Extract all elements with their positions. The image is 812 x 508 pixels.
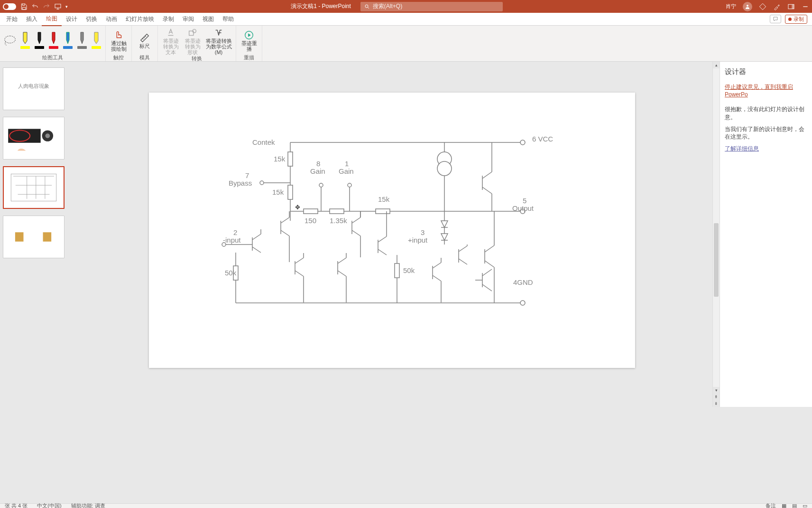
pen-highlighter-yellow[interactable] (19, 31, 31, 50)
svg-point-1 (365, 5, 368, 8)
main-area: 人肉电容现象 Contek 6 VCC 15k (0, 62, 812, 407)
svg-text:15k: 15k (274, 155, 286, 163)
svg-point-63 (520, 301, 525, 305)
undo-icon[interactable] (31, 3, 39, 10)
record-button[interactable]: 录制 (785, 15, 807, 24)
slide-thumbnails: 人肉电容现象 (0, 62, 71, 407)
ribbon: 绘图工具 通过触摸绘制 触控 标尺 模具 将墨迹转换为文本 (0, 26, 812, 62)
svg-point-11 (45, 133, 50, 138)
slide-canvas-wrapper: Contek 6 VCC 15k 7Bypass 15k 8Gain (71, 62, 712, 407)
present-icon[interactable] (54, 3, 62, 10)
group-replay: 墨迹重播 重描 (236, 26, 262, 61)
pen-highlighter-yellow2[interactable] (90, 31, 102, 50)
comments-button[interactable] (770, 15, 781, 23)
search-placeholder: 搜索(Alt+Q) (373, 2, 402, 10)
thumb-3[interactable] (3, 166, 65, 209)
scroll-down-icon[interactable]: ▾ (713, 387, 720, 394)
tab-review[interactable]: 审阅 (178, 13, 198, 26)
search-input[interactable]: 搜索(Alt+Q) (360, 2, 503, 11)
svg-rect-38 (376, 209, 390, 214)
slide-canvas[interactable]: Contek 6 VCC 15k 7Bypass 15k 8Gain (149, 93, 635, 368)
designer-title: 设计器 (725, 67, 807, 76)
ink-to-math-button[interactable]: 将墨迹转换为数学公式(M) (204, 28, 233, 55)
pen-black[interactable] (33, 31, 46, 50)
autosave-toggle[interactable] (3, 3, 16, 10)
ruler-button[interactable]: 标尺 (135, 33, 155, 49)
next-slide-icon[interactable]: ⇟ (713, 400, 720, 407)
group-touch: 通过触摸绘制 触控 (106, 26, 132, 61)
svg-rect-4 (792, 4, 794, 9)
titlebar: ▾ 演示文稿1 - PowerPoint 搜索(Alt+Q) 肖宁 (0, 0, 812, 13)
thumb-1[interactable]: 人肉电容现象 (3, 67, 65, 110)
avatar[interactable] (743, 2, 752, 11)
redo-icon[interactable] (43, 3, 50, 10)
svg-point-22 (260, 181, 264, 185)
ribbon-tabs: 开始 插入 绘图 设计 切换 动画 幻灯片放映 录制 审阅 视图 帮助 录制 (0, 13, 812, 26)
thumb-2[interactable] (3, 117, 65, 160)
svg-text:5Output: 5Output (512, 197, 534, 212)
tab-record[interactable]: 录制 (158, 13, 178, 26)
svg-rect-0 (55, 4, 61, 8)
svg-text:15k: 15k (272, 188, 284, 196)
tab-view[interactable]: 视图 (198, 13, 218, 26)
pen-red[interactable] (47, 31, 60, 50)
language-indicator[interactable]: 中文(中国) (37, 502, 61, 508)
minimize-icon[interactable] (802, 3, 809, 10)
sorter-view-icon[interactable]: ▤ (792, 503, 797, 508)
learn-more-link[interactable]: 了解详细信息 (725, 145, 759, 152)
svg-rect-12 (11, 174, 56, 201)
tab-transition[interactable]: 切换 (82, 13, 102, 26)
svg-text:150: 150 (304, 216, 316, 225)
save-icon[interactable] (20, 3, 28, 10)
svg-text:3+input: 3+input (408, 228, 428, 244)
svg-rect-20 (288, 152, 293, 166)
statusbar: 张 共 4 张 中文(中国) 辅助功能: 调查 备注 ▦ ▤ ▭ (0, 503, 812, 508)
ink-to-text-button: 将墨迹转换为文本 (161, 28, 181, 55)
diamond-icon[interactable] (759, 3, 766, 10)
tab-animation[interactable]: 动画 (102, 13, 121, 26)
scrollbar-thumb[interactable] (714, 223, 719, 297)
user-name: 肖宁 (726, 3, 736, 10)
eyedrop-icon[interactable] (773, 3, 781, 10)
group-stencil: 标尺 模具 (132, 26, 158, 61)
touch-draw-button[interactable]: 通过触摸绘制 (109, 30, 129, 52)
group-convert: 将墨迹转换为文本 将墨迹转换为形状 将墨迹转换为数学公式(M) 转换 (158, 26, 236, 61)
svg-text:2-input: 2-input (223, 228, 241, 244)
search-icon (364, 4, 370, 9)
pen-blue[interactable] (62, 31, 74, 50)
svg-point-17 (520, 140, 525, 145)
lasso-icon[interactable] (3, 34, 17, 48)
svg-rect-34 (304, 209, 318, 214)
notes-button[interactable]: 备注 (766, 502, 776, 508)
pen-grey[interactable] (76, 31, 88, 50)
scroll-up-icon[interactable]: ▴ (713, 62, 720, 68)
svg-point-52 (222, 243, 226, 246)
tab-slideshow[interactable]: 幻灯片放映 (121, 13, 158, 26)
svg-text:8Gain: 8Gain (310, 160, 325, 175)
ink-replay-button[interactable]: 墨迹重播 (239, 30, 259, 52)
designer-pane: 设计器 停止建议意见，直到我重启 PowerPo 很抱歉，没有此幻灯片的设计创意… (720, 62, 812, 407)
accessibility-indicator[interactable]: 辅助功能: 调查 (71, 502, 105, 508)
panel-icon[interactable] (787, 3, 795, 10)
thumb-4[interactable] (3, 216, 65, 258)
tab-help[interactable]: 帮助 (218, 13, 238, 26)
normal-view-icon[interactable]: ▦ (782, 503, 786, 508)
vertical-scrollbar[interactable]: ▴ ▾ ⇞ ⇟ (712, 62, 720, 407)
svg-text:50k: 50k (225, 269, 237, 277)
svg-text:7Bypass: 7Bypass (229, 171, 252, 187)
svg-text:1.35k: 1.35k (330, 216, 347, 225)
tab-draw[interactable]: 绘图 (42, 12, 62, 26)
tab-insert[interactable]: 插入 (22, 13, 42, 26)
document-title: 演示文稿1 - PowerPoint (291, 2, 351, 10)
tab-home[interactable]: 开始 (2, 13, 22, 26)
reading-view-icon[interactable]: ▭ (803, 503, 807, 508)
stop-suggestions-link[interactable]: 停止建议意见，直到我重启 PowerPo (725, 83, 807, 98)
svg-rect-25 (288, 185, 293, 199)
svg-rect-36 (330, 209, 344, 214)
tab-design[interactable]: 设计 (62, 13, 82, 26)
svg-point-2 (747, 5, 748, 7)
designer-sorry-text: 很抱歉，没有此幻灯片的设计创意。 (725, 105, 807, 122)
svg-rect-13 (15, 232, 24, 242)
prev-slide-icon[interactable]: ⇞ (713, 394, 720, 400)
svg-point-30 (348, 183, 351, 187)
